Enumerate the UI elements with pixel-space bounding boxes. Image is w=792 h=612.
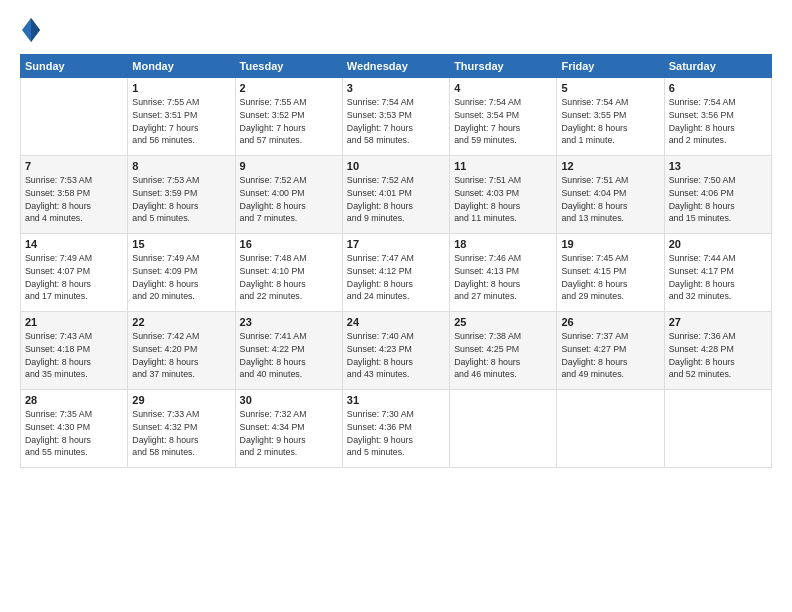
calendar-cell: 26Sunrise: 7:37 AMSunset: 4:27 PMDayligh… [557, 312, 664, 390]
day-number: 14 [25, 238, 123, 250]
calendar-cell [450, 390, 557, 468]
day-info: Sunrise: 7:54 AMSunset: 3:56 PMDaylight:… [669, 96, 767, 147]
day-info: Sunrise: 7:54 AMSunset: 3:55 PMDaylight:… [561, 96, 659, 147]
calendar-cell: 18Sunrise: 7:46 AMSunset: 4:13 PMDayligh… [450, 234, 557, 312]
day-info: Sunrise: 7:47 AMSunset: 4:12 PMDaylight:… [347, 252, 445, 303]
calendar-cell: 17Sunrise: 7:47 AMSunset: 4:12 PMDayligh… [342, 234, 449, 312]
day-number: 5 [561, 82, 659, 94]
day-number: 20 [669, 238, 767, 250]
calendar-cell: 28Sunrise: 7:35 AMSunset: 4:30 PMDayligh… [21, 390, 128, 468]
day-number: 17 [347, 238, 445, 250]
weekday-friday: Friday [557, 55, 664, 78]
day-info: Sunrise: 7:55 AMSunset: 3:51 PMDaylight:… [132, 96, 230, 147]
weekday-tuesday: Tuesday [235, 55, 342, 78]
calendar-cell: 3Sunrise: 7:54 AMSunset: 3:53 PMDaylight… [342, 78, 449, 156]
day-number: 27 [669, 316, 767, 328]
logo-icon [20, 16, 42, 44]
day-info: Sunrise: 7:53 AMSunset: 3:59 PMDaylight:… [132, 174, 230, 225]
weekday-saturday: Saturday [664, 55, 771, 78]
day-number: 21 [25, 316, 123, 328]
week-row-5: 28Sunrise: 7:35 AMSunset: 4:30 PMDayligh… [21, 390, 772, 468]
calendar-cell: 4Sunrise: 7:54 AMSunset: 3:54 PMDaylight… [450, 78, 557, 156]
calendar-cell: 9Sunrise: 7:52 AMSunset: 4:00 PMDaylight… [235, 156, 342, 234]
day-number: 6 [669, 82, 767, 94]
day-info: Sunrise: 7:49 AMSunset: 4:07 PMDaylight:… [25, 252, 123, 303]
day-info: Sunrise: 7:35 AMSunset: 4:30 PMDaylight:… [25, 408, 123, 459]
day-info: Sunrise: 7:43 AMSunset: 4:18 PMDaylight:… [25, 330, 123, 381]
calendar-cell: 13Sunrise: 7:50 AMSunset: 4:06 PMDayligh… [664, 156, 771, 234]
day-info: Sunrise: 7:54 AMSunset: 3:54 PMDaylight:… [454, 96, 552, 147]
day-info: Sunrise: 7:30 AMSunset: 4:36 PMDaylight:… [347, 408, 445, 459]
calendar-cell: 10Sunrise: 7:52 AMSunset: 4:01 PMDayligh… [342, 156, 449, 234]
day-number: 12 [561, 160, 659, 172]
weekday-header-row: SundayMondayTuesdayWednesdayThursdayFrid… [21, 55, 772, 78]
day-info: Sunrise: 7:49 AMSunset: 4:09 PMDaylight:… [132, 252, 230, 303]
day-info: Sunrise: 7:46 AMSunset: 4:13 PMDaylight:… [454, 252, 552, 303]
day-number: 4 [454, 82, 552, 94]
calendar-cell: 15Sunrise: 7:49 AMSunset: 4:09 PMDayligh… [128, 234, 235, 312]
day-number: 18 [454, 238, 552, 250]
calendar-cell: 20Sunrise: 7:44 AMSunset: 4:17 PMDayligh… [664, 234, 771, 312]
calendar-cell: 24Sunrise: 7:40 AMSunset: 4:23 PMDayligh… [342, 312, 449, 390]
day-number: 31 [347, 394, 445, 406]
day-number: 10 [347, 160, 445, 172]
day-number: 16 [240, 238, 338, 250]
day-info: Sunrise: 7:40 AMSunset: 4:23 PMDaylight:… [347, 330, 445, 381]
weekday-sunday: Sunday [21, 55, 128, 78]
day-info: Sunrise: 7:36 AMSunset: 4:28 PMDaylight:… [669, 330, 767, 381]
calendar-cell [21, 78, 128, 156]
day-number: 30 [240, 394, 338, 406]
day-number: 23 [240, 316, 338, 328]
day-info: Sunrise: 7:38 AMSunset: 4:25 PMDaylight:… [454, 330, 552, 381]
day-info: Sunrise: 7:51 AMSunset: 4:04 PMDaylight:… [561, 174, 659, 225]
calendar-table: SundayMondayTuesdayWednesdayThursdayFrid… [20, 54, 772, 468]
calendar-cell: 31Sunrise: 7:30 AMSunset: 4:36 PMDayligh… [342, 390, 449, 468]
day-number: 3 [347, 82, 445, 94]
calendar-cell: 27Sunrise: 7:36 AMSunset: 4:28 PMDayligh… [664, 312, 771, 390]
day-info: Sunrise: 7:32 AMSunset: 4:34 PMDaylight:… [240, 408, 338, 459]
svg-marker-1 [31, 18, 40, 42]
day-number: 9 [240, 160, 338, 172]
day-number: 2 [240, 82, 338, 94]
day-number: 26 [561, 316, 659, 328]
day-number: 1 [132, 82, 230, 94]
calendar-cell: 11Sunrise: 7:51 AMSunset: 4:03 PMDayligh… [450, 156, 557, 234]
calendar-cell: 5Sunrise: 7:54 AMSunset: 3:55 PMDaylight… [557, 78, 664, 156]
week-row-3: 14Sunrise: 7:49 AMSunset: 4:07 PMDayligh… [21, 234, 772, 312]
weekday-thursday: Thursday [450, 55, 557, 78]
calendar-cell: 21Sunrise: 7:43 AMSunset: 4:18 PMDayligh… [21, 312, 128, 390]
week-row-1: 1Sunrise: 7:55 AMSunset: 3:51 PMDaylight… [21, 78, 772, 156]
day-info: Sunrise: 7:50 AMSunset: 4:06 PMDaylight:… [669, 174, 767, 225]
day-info: Sunrise: 7:52 AMSunset: 4:00 PMDaylight:… [240, 174, 338, 225]
logo [20, 16, 48, 44]
day-info: Sunrise: 7:51 AMSunset: 4:03 PMDaylight:… [454, 174, 552, 225]
calendar-cell: 30Sunrise: 7:32 AMSunset: 4:34 PMDayligh… [235, 390, 342, 468]
calendar-cell: 29Sunrise: 7:33 AMSunset: 4:32 PMDayligh… [128, 390, 235, 468]
day-number: 28 [25, 394, 123, 406]
calendar-cell: 2Sunrise: 7:55 AMSunset: 3:52 PMDaylight… [235, 78, 342, 156]
calendar-cell: 12Sunrise: 7:51 AMSunset: 4:04 PMDayligh… [557, 156, 664, 234]
calendar-cell [557, 390, 664, 468]
page: SundayMondayTuesdayWednesdayThursdayFrid… [0, 0, 792, 612]
day-info: Sunrise: 7:33 AMSunset: 4:32 PMDaylight:… [132, 408, 230, 459]
week-row-2: 7Sunrise: 7:53 AMSunset: 3:58 PMDaylight… [21, 156, 772, 234]
calendar-cell: 1Sunrise: 7:55 AMSunset: 3:51 PMDaylight… [128, 78, 235, 156]
calendar-cell [664, 390, 771, 468]
calendar-cell: 16Sunrise: 7:48 AMSunset: 4:10 PMDayligh… [235, 234, 342, 312]
day-info: Sunrise: 7:41 AMSunset: 4:22 PMDaylight:… [240, 330, 338, 381]
day-info: Sunrise: 7:48 AMSunset: 4:10 PMDaylight:… [240, 252, 338, 303]
calendar-cell: 25Sunrise: 7:38 AMSunset: 4:25 PMDayligh… [450, 312, 557, 390]
day-number: 19 [561, 238, 659, 250]
day-info: Sunrise: 7:52 AMSunset: 4:01 PMDaylight:… [347, 174, 445, 225]
calendar-cell: 22Sunrise: 7:42 AMSunset: 4:20 PMDayligh… [128, 312, 235, 390]
calendar-cell: 23Sunrise: 7:41 AMSunset: 4:22 PMDayligh… [235, 312, 342, 390]
weekday-monday: Monday [128, 55, 235, 78]
day-info: Sunrise: 7:53 AMSunset: 3:58 PMDaylight:… [25, 174, 123, 225]
day-number: 22 [132, 316, 230, 328]
day-number: 24 [347, 316, 445, 328]
day-number: 13 [669, 160, 767, 172]
calendar-cell: 7Sunrise: 7:53 AMSunset: 3:58 PMDaylight… [21, 156, 128, 234]
day-number: 8 [132, 160, 230, 172]
day-info: Sunrise: 7:45 AMSunset: 4:15 PMDaylight:… [561, 252, 659, 303]
day-info: Sunrise: 7:37 AMSunset: 4:27 PMDaylight:… [561, 330, 659, 381]
